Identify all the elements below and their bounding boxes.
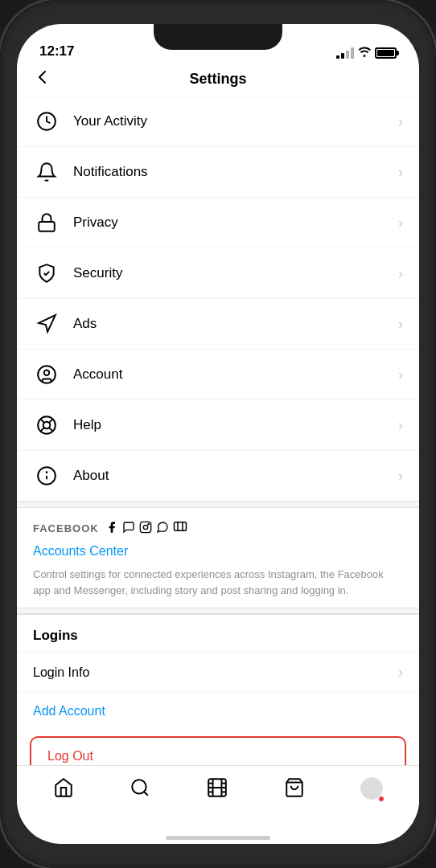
svg-rect-16: [174, 522, 186, 531]
help-label: Help: [73, 417, 398, 433]
settings-item-ads[interactable]: Ads ›: [17, 299, 419, 350]
signal-icon: [336, 47, 354, 59]
notch: [154, 24, 282, 50]
section-divider: [17, 502, 419, 508]
status-icons: [336, 46, 397, 59]
login-info-item[interactable]: Login Info ›: [17, 652, 419, 693]
chevron-icon: ›: [398, 215, 403, 231]
svg-line-7: [49, 428, 53, 432]
svg-point-15: [148, 524, 149, 525]
tab-shop[interactable]: [276, 774, 313, 801]
tab-search[interactable]: [121, 774, 158, 801]
chevron-icon: ›: [398, 468, 403, 485]
settings-item-help[interactable]: Help ›: [17, 400, 419, 451]
add-account-link[interactable]: Add Account: [17, 693, 419, 730]
svg-line-20: [144, 792, 148, 796]
megaphone-icon: [33, 310, 60, 338]
logout-container: Log Out: [17, 730, 419, 765]
settings-item-your-activity[interactable]: Your Activity ›: [17, 96, 419, 147]
tab-profile[interactable]: [352, 774, 391, 803]
facebook-description: Control settings for connected experienc…: [33, 567, 403, 598]
messenger-icon: [122, 521, 135, 536]
svg-point-2: [38, 366, 56, 383]
home-indicator: [17, 837, 419, 844]
chevron-icon: ›: [398, 664, 403, 681]
shield-icon: [33, 260, 60, 287]
logout-label: Log Out: [47, 749, 93, 764]
facebook-section: FACEBOOK: [17, 508, 419, 608]
status-time: 12:17: [39, 43, 74, 59]
home-bar: [166, 836, 270, 840]
login-info-label: Login Info: [33, 665, 398, 680]
logout-button[interactable]: Log Out: [30, 736, 406, 765]
svg-line-6: [40, 419, 44, 423]
ads-label: Ads: [73, 316, 398, 332]
chevron-icon: ›: [398, 366, 403, 383]
info-circle-icon: [33, 462, 60, 489]
portal-icon: [173, 521, 187, 536]
chevron-icon: ›: [398, 316, 403, 333]
wifi-icon: [358, 46, 371, 59]
settings-item-notifications[interactable]: Notifications ›: [17, 147, 419, 198]
back-button[interactable]: [33, 68, 52, 92]
settings-item-security[interactable]: Security ›: [17, 248, 419, 299]
logins-header: Logins: [17, 628, 419, 652]
svg-line-8: [49, 419, 53, 423]
person-circle-icon: [33, 361, 60, 388]
svg-point-5: [43, 422, 51, 429]
settings-list: Your Activity › Notifications ›: [17, 96, 419, 502]
svg-point-3: [44, 371, 50, 376]
phone-frame: 12:17: [0, 0, 436, 868]
battery-icon: [375, 47, 397, 59]
lifebuoy-icon: [33, 411, 60, 439]
logins-section: Logins Login Info › Add Account Log Out: [17, 614, 419, 765]
svg-line-9: [40, 428, 44, 432]
tab-reels[interactable]: [199, 774, 236, 801]
notifications-label: Notifications: [73, 164, 398, 180]
privacy-label: Privacy: [73, 215, 398, 231]
settings-header: Settings: [17, 64, 419, 96]
facebook-header: FACEBOOK: [33, 521, 403, 536]
facebook-label: FACEBOOK: [33, 522, 99, 534]
svg-point-19: [133, 780, 146, 793]
profile-notification-dot: [378, 796, 385, 802]
accounts-center-link[interactable]: Accounts Center: [33, 544, 403, 559]
facebook-icon: [105, 521, 118, 536]
about-label: About: [73, 468, 398, 484]
chevron-icon: ›: [398, 265, 403, 282]
settings-item-account[interactable]: Account ›: [17, 350, 419, 400]
svg-rect-1: [39, 222, 55, 231]
logins-divider: [17, 608, 419, 614]
account-label: Account: [73, 366, 398, 383]
svg-point-14: [143, 525, 147, 529]
chevron-icon: ›: [398, 164, 403, 181]
chevron-icon: ›: [398, 113, 403, 130]
lock-icon: [33, 209, 60, 236]
settings-item-about[interactable]: About ›: [17, 451, 419, 502]
settings-item-privacy[interactable]: Privacy ›: [17, 198, 419, 248]
whatsapp-icon: [156, 521, 169, 536]
chevron-icon: ›: [398, 417, 403, 434]
activity-icon: [33, 108, 60, 135]
phone-screen: 12:17: [17, 24, 419, 844]
tab-home[interactable]: [45, 774, 82, 801]
security-label: Security: [73, 265, 398, 281]
facebook-brand-icons: [105, 521, 187, 536]
page-title: Settings: [189, 71, 246, 88]
tab-bar: [17, 765, 419, 837]
bell-icon: [33, 158, 60, 186]
svg-rect-13: [140, 522, 150, 532]
settings-content: Your Activity › Notifications ›: [17, 96, 419, 765]
your-activity-label: Your Activity: [73, 113, 398, 129]
instagram-icon: [139, 521, 152, 536]
